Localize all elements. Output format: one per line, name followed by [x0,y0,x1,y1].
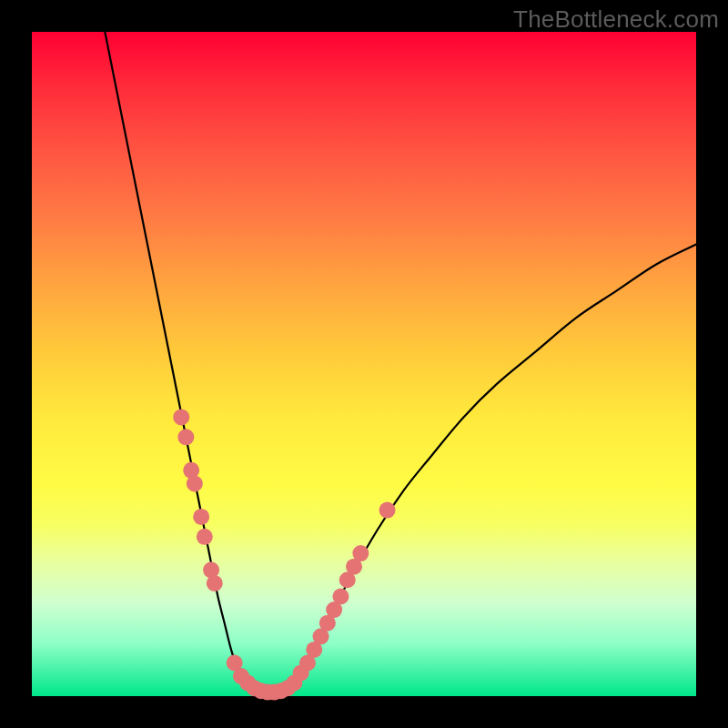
data-marker [379,502,396,519]
data-marker [177,429,194,445]
data-marker [352,545,369,561]
data-marker [187,475,203,491]
curve-svg [32,32,696,696]
bottleneck-curve [105,32,696,693]
data-marker [332,589,349,605]
watermark-text: TheBottleneck.com [513,5,719,34]
data-marker [193,509,209,525]
data-marker [197,529,213,545]
marker-group [173,409,395,700]
data-marker [207,575,223,592]
data-marker [173,409,189,425]
curve-group [105,32,696,693]
chart-frame: TheBottleneck.com [0,0,728,728]
plot-area [32,32,696,696]
